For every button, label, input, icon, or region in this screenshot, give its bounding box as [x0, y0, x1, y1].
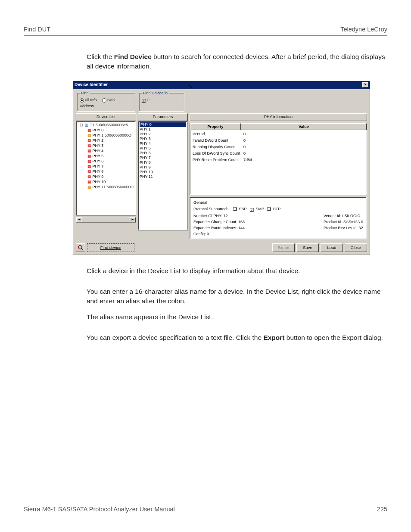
find-device-button[interactable]: Find device [87, 243, 134, 252]
scroll-right-icon[interactable]: ► [130, 217, 136, 222]
instruction-1: Click the Find Device button to search f… [87, 52, 387, 72]
scroll-left-icon[interactable]: ◄ [76, 217, 82, 222]
footer-page-number: 225 [377, 505, 387, 514]
checkbox-ssp[interactable] [233, 207, 237, 211]
list-item[interactable]: PHY 6 [140, 151, 186, 156]
table-row: Loss Of DWord Sync Count0 [193, 150, 364, 157]
header-right: Teledyne LeCroy [340, 25, 387, 34]
cursor-icon: ↖ [188, 83, 193, 90]
value-column-header: Value [241, 123, 367, 130]
find-device-icon[interactable] [76, 243, 85, 252]
page-header: Find DUT Teledyne LeCroy [24, 25, 387, 36]
device-identifier-dialog: Device Identifier × ↖ Find All Info SAS … [73, 81, 370, 255]
table-row: Invalid DWord Count0 [193, 137, 364, 144]
list-item[interactable]: PHY 2 [140, 132, 186, 137]
instruction-3: You can enter a 16-character alias name … [87, 287, 387, 306]
list-item[interactable]: PHY 10 [140, 170, 186, 174]
list-item[interactable]: PHY 11 [140, 174, 186, 179]
footer-left: Sierra M6-1 SAS/SATA Protocol Analyzer U… [24, 505, 175, 514]
parameters-list[interactable]: PHY 0 PHY 1 PHY 2 PHY 3 PHY 4 PHY 5 PHY … [138, 121, 188, 230]
close-icon[interactable]: × [362, 82, 368, 87]
phy-information-header: PHY Information [190, 113, 367, 121]
list-item[interactable]: PHY 4 [140, 141, 186, 146]
close-button[interactable]: Close [345, 243, 367, 252]
radio-all-info[interactable]: All Info [80, 98, 97, 102]
instruction-5: You can export a device specification to… [87, 333, 387, 342]
find-in-legend: Find Device in [142, 90, 169, 96]
tree-scrollbar[interactable]: ◄ ► [76, 217, 136, 223]
load-button[interactable]: Load [321, 243, 343, 252]
export-button[interactable]: Export [272, 243, 295, 252]
phy-info-panel: Property Value PHY Id0 Invalid DWord Cou… [190, 123, 367, 195]
header-left: Find DUT [24, 25, 50, 34]
instruction-2: Click a device in the Device List to dis… [87, 266, 387, 276]
svg-line-1 [81, 249, 83, 250]
list-item[interactable]: PHY 7 [140, 156, 186, 160]
save-button[interactable]: Save [296, 243, 319, 252]
list-item[interactable]: PHY 8 [140, 160, 186, 165]
dialog-title: Device Identifier [75, 82, 108, 88]
list-item[interactable]: PHY 0 [140, 122, 186, 127]
checkbox-smp[interactable] [250, 208, 254, 212]
page-footer: Sierra M6-1 SAS/SATA Protocol Analyzer U… [24, 505, 387, 514]
find-device-in-group: Find Device in T1 [139, 93, 184, 111]
dialog-titlebar: Device Identifier × [73, 81, 370, 90]
general-panel: General Protocol Supported: SSP SMP STP … [190, 197, 367, 239]
table-row: PHY Reset Problem Count7d8d [193, 157, 364, 163]
list-item[interactable]: PHY 3 [140, 137, 186, 141]
list-item[interactable]: PHY 1 [140, 127, 186, 132]
checkbox-t1[interactable] [142, 99, 146, 103]
device-tree[interactable]: T1:5006056000003e5 PHY 0 PHY 1:500605600… [76, 121, 136, 216]
list-item[interactable]: PHY 9 [140, 165, 186, 170]
find-legend: Find [80, 90, 90, 96]
parameters-header: Parameters [138, 113, 188, 121]
general-legend: General [193, 200, 363, 205]
checkbox-stp[interactable] [267, 207, 271, 211]
table-row: PHY Id0 [193, 131, 364, 137]
svg-point-0 [78, 246, 82, 249]
find-group: Find All Info SAS Address [77, 93, 135, 111]
table-row: Running Disparity Count0 [193, 144, 364, 150]
device-list-header: Device List [76, 113, 136, 121]
list-item[interactable]: PHY 5 [140, 146, 186, 151]
instruction-4: The alias name appears in the Device Lis… [87, 312, 387, 322]
property-column-header: Property [190, 123, 241, 130]
